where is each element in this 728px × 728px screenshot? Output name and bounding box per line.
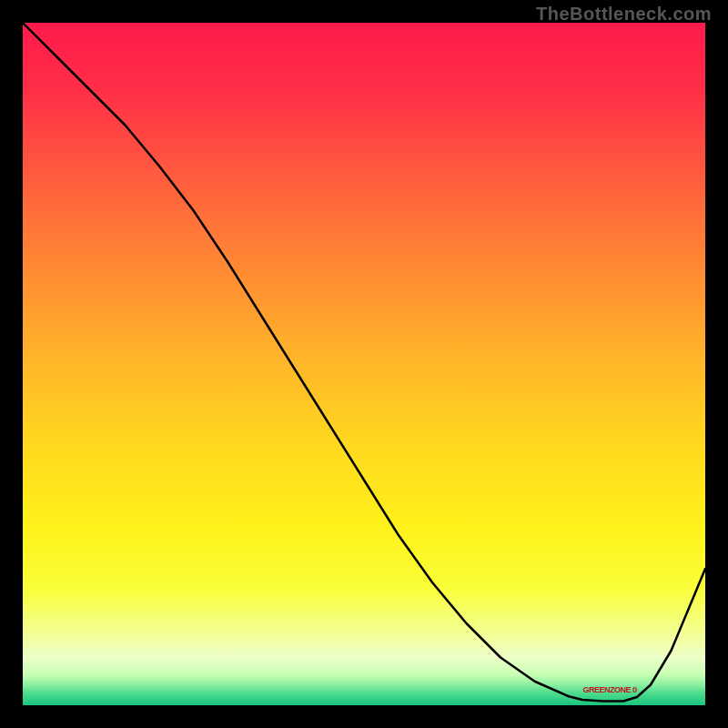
chart-svg	[23, 23, 705, 705]
chart-stage: GREENZONE 0 TheBottleneck.com	[0, 0, 728, 728]
plot-frame: GREENZONE 0	[23, 23, 705, 705]
annotation-label: GREENZONE 0	[582, 685, 636, 694]
watermark-text: TheBottleneck.com	[536, 4, 712, 25]
